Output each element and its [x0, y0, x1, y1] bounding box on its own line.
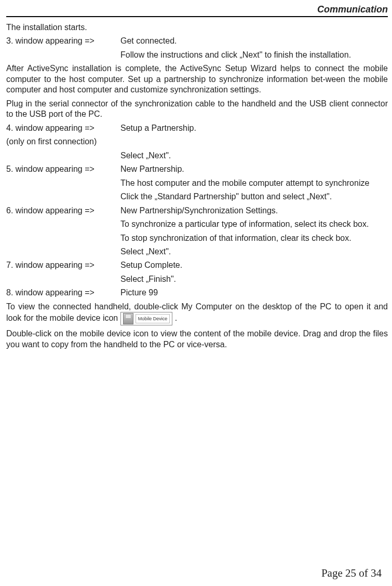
step-6-row-4: Select „Next". [6, 247, 388, 257]
step-6-line-3: To stop synchronization of that informat… [120, 233, 388, 243]
after-install-p2: Plug in the serial connector of the sync… [6, 99, 388, 120]
step-5-row-1: 5. window appearing => New Partnership. [6, 164, 388, 174]
step-3-row-2: Follow the instructions and click „Next"… [6, 50, 388, 60]
step-5-row-2: The host computer and the mobile compute… [6, 178, 388, 188]
mobile-device-icon: Mobile Device [120, 312, 173, 325]
view-handheld-para: To view the connected handheld, double-c… [6, 302, 388, 325]
device-icon [123, 313, 133, 324]
step-6-line-2: To synchronize a particular type of info… [120, 219, 388, 229]
step-5-line-2: The host computer and the mobile compute… [120, 178, 388, 188]
step-7-line-1: Setup Complete. [120, 260, 388, 270]
step-4-label: 4. window appearing => [6, 123, 120, 133]
step-8-line-1: Picture 99 [120, 288, 388, 298]
step-5-line-1: New Partnership. [120, 164, 388, 174]
page-number: Page 25 of 34 [321, 567, 382, 580]
step-6-row-3: To stop synchronization of that informat… [6, 233, 388, 243]
step-4-line-1: Setup a Partnership. [120, 123, 388, 133]
step-4-row-2: Select „Next". [6, 151, 388, 161]
step-7-row-2: Select „Finish". [6, 274, 388, 284]
step-3-row-1: 3. window appearing => Get connected. [6, 36, 388, 46]
section-header: Communication [6, 4, 388, 17]
view-post-text: . [175, 314, 177, 323]
double-click-para: Double-click on the mobile device icon t… [6, 329, 388, 350]
step-4-line-2: Select „Next". [120, 151, 388, 161]
step-3-label: 3. window appearing => [6, 36, 120, 46]
step-5-line-3: Click the „Standard Partnership" button … [120, 192, 388, 202]
step-5-label: 5. window appearing => [6, 164, 120, 174]
view-pre-text: To view the connected handheld, double-c… [6, 302, 388, 323]
step-6-line-4: Select „Next". [120, 247, 388, 257]
step-8-row-1: 8. window appearing => Picture 99 [6, 288, 388, 298]
step-8-label: 8. window appearing => [6, 288, 120, 298]
after-install-p1: After ActiveSync installation is complet… [6, 63, 388, 95]
step-3-line-1: Get connected. [120, 36, 388, 46]
intro-text: The installation starts. [6, 22, 388, 33]
step-5-row-3: Click the „Standard Partnership" button … [6, 192, 388, 202]
step-4-sub: (only on first connection) [6, 137, 388, 147]
mobile-device-icon-label: Mobile Device [136, 314, 170, 323]
step-6-row-2: To synchronize a particular type of info… [6, 219, 388, 229]
step-6-line-1: New Partnership/Synchronization Settings… [120, 206, 388, 216]
step-7-line-2: Select „Finish". [120, 274, 388, 284]
step-6-row-1: 6. window appearing => New Partnership/S… [6, 206, 388, 216]
step-4-row-1: 4. window appearing => Setup a Partnersh… [6, 123, 388, 133]
step-7-row-1: 7. window appearing => Setup Complete. [6, 260, 388, 270]
step-7-label: 7. window appearing => [6, 260, 120, 270]
step-3-line-2: Follow the instructions and click „Next"… [120, 50, 388, 60]
step-6-label: 6. window appearing => [6, 206, 120, 216]
